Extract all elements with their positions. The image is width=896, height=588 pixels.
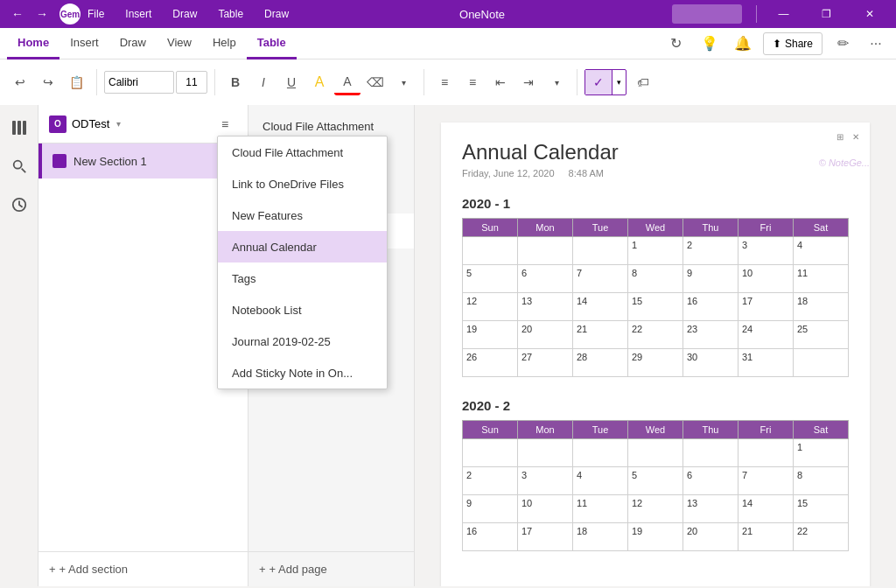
calendar-cell — [463, 237, 518, 265]
check-dropdown[interactable]: ▾ — [612, 70, 626, 94]
content-area[interactable]: © NoteGe... ⊞ ✕ Annual Calendar Friday, … — [415, 105, 896, 586]
dropdown-item-annual-calendar[interactable]: Annual Calendar — [218, 231, 387, 262]
font-size-input[interactable] — [176, 71, 207, 94]
page-meta: Friday, June 12, 2020 8:48 AM — [462, 168, 849, 178]
restore-button[interactable]: ❐ — [807, 0, 846, 28]
close-button[interactable]: ✕ — [850, 0, 889, 28]
sep3 — [424, 69, 424, 95]
calendar-cell — [518, 439, 573, 467]
menu-draw[interactable]: Draw — [169, 6, 200, 22]
list-dropdown[interactable]: ▾ — [543, 69, 570, 95]
sync-button[interactable]: ↻ — [663, 31, 690, 57]
redo-button[interactable]: ↪ — [35, 69, 61, 95]
svg-point-3 — [13, 161, 21, 169]
highlight-button[interactable]: A — [306, 69, 332, 95]
add-page-footer[interactable]: + + Add page — [248, 551, 414, 586]
paste-button[interactable]: 📋 — [63, 69, 89, 95]
section-icon — [52, 154, 66, 168]
tag-button[interactable]: 🏷 — [630, 69, 656, 95]
add-section-footer[interactable]: + + Add section — [38, 551, 248, 586]
bullet-list-button[interactable]: ≡ — [431, 69, 458, 95]
menu-draw2[interactable]: Draw — [261, 6, 292, 22]
day-header-fri: Fri — [738, 219, 794, 237]
check-button[interactable]: ✓ — [585, 70, 612, 94]
dropdown-item-journal[interactable]: Journal 2019-02-25 — [218, 326, 387, 357]
sidebar-history-icon[interactable] — [4, 189, 35, 220]
dropdown-item-new-features[interactable]: New Features — [218, 200, 387, 231]
eraser-button[interactable]: ⌫ — [362, 69, 388, 95]
calendar-cell: 1 — [628, 237, 683, 265]
dropdown-item-tags[interactable]: Tags — [218, 262, 387, 294]
tab-table[interactable]: Table — [247, 28, 297, 60]
bold-button[interactable]: B — [222, 69, 248, 95]
sidebar-library-icon[interactable] — [4, 112, 35, 144]
calendar-cell: 8 — [628, 265, 683, 293]
indent-button[interactable]: ⇥ — [515, 69, 542, 95]
calendar-cell: 6 — [683, 467, 738, 495]
day-number: 28 — [577, 352, 587, 362]
format-dropdown[interactable]: ▾ — [390, 69, 416, 95]
share-label: Share — [785, 38, 813, 50]
calendar-cell: 14 — [738, 495, 794, 523]
back-button[interactable]: ← — [7, 4, 28, 24]
undo-button[interactable]: ↩ — [7, 69, 33, 95]
lightbulb-button[interactable]: 💡 — [696, 31, 723, 57]
titlebar-menu: File Insert Draw Table Draw — [84, 6, 292, 22]
pen-button[interactable]: ✏ — [830, 31, 856, 57]
calendar-cell: 26 — [463, 349, 518, 377]
calendar-cell: 13 — [683, 495, 738, 523]
content-expand-button[interactable]: ⊞ — [833, 130, 847, 144]
notebook-sort-button[interactable]: ≡ — [213, 112, 237, 136]
more-button[interactable]: ··· — [863, 31, 889, 57]
tab-insert[interactable]: Insert — [60, 28, 109, 60]
notebook-name[interactable]: O ODTest ▾ — [49, 116, 213, 133]
calendar-cell: 3 — [518, 467, 573, 495]
share-button[interactable]: ⬆ Share — [763, 32, 822, 55]
tab-help[interactable]: Help — [202, 28, 247, 60]
day-number: 5 — [466, 268, 472, 278]
calendar-cell — [463, 439, 518, 467]
menu-insert[interactable]: Insert — [122, 6, 155, 22]
underline-button[interactable]: U — [278, 69, 304, 95]
day-number: 23 — [687, 324, 697, 334]
calendar-cell: 25 — [794, 321, 849, 349]
outdent-button[interactable]: ⇤ — [487, 69, 514, 95]
bell-button[interactable]: 🔔 — [730, 31, 756, 57]
content-controls: ⊞ ✕ — [833, 130, 863, 144]
numbered-list-button[interactable]: ≡ — [459, 69, 486, 95]
tab-view[interactable]: View — [157, 28, 202, 60]
minimize-button[interactable]: — — [764, 0, 803, 28]
calendar-cell: 28 — [573, 349, 628, 377]
dropdown-item-add-sticky[interactable]: Add Sticky Note in On... — [218, 357, 387, 388]
calendar-cell: 17 — [738, 293, 794, 321]
tab-draw[interactable]: Draw — [109, 28, 157, 60]
day-number: 21 — [577, 324, 587, 334]
day-header-sat: Sat — [794, 219, 849, 237]
day-number: 6 — [522, 268, 527, 278]
calendar-table: SunMonTueWedThuFriSat1234567891011121314… — [462, 218, 849, 377]
italic-button[interactable]: I — [250, 69, 276, 95]
titlebar-divider — [756, 5, 757, 23]
tab-home[interactable]: Home — [7, 28, 60, 60]
forward-button[interactable]: → — [32, 4, 52, 24]
nav-buttons: ← → — [7, 4, 52, 24]
calendar-cell — [573, 237, 628, 265]
dropdown-item-cloud-file[interactable]: Cloud File Attachment — [218, 136, 387, 168]
sidebar-search-icon[interactable] — [4, 150, 35, 182]
plus-icon: + — [49, 563, 56, 576]
menu-table[interactable]: Table — [214, 6, 247, 22]
calendar-container: 2020 - 1SunMonTueWedThuFriSat12345678910… — [462, 192, 849, 551]
day-number: 6 — [687, 470, 692, 480]
menu-file[interactable]: File — [84, 6, 108, 22]
month-header: 2020 - 1 — [462, 192, 849, 214]
font-color-button[interactable]: A — [334, 69, 360, 95]
calendar-month-2020-1: 2020 - 1SunMonTueWedThuFriSat12345678910… — [462, 192, 849, 377]
calendar-cell: 1 — [794, 439, 849, 467]
dropdown-item-notebook-list[interactable]: Notebook List — [218, 294, 387, 326]
title-bar: ← → Gem File Insert Draw Table Draw OneN… — [0, 0, 896, 28]
content-close-button[interactable]: ✕ — [849, 130, 863, 144]
undo-group: ↩ ↪ 📋 — [7, 69, 89, 95]
calendar-cell: 11 — [573, 495, 628, 523]
font-name-input[interactable] — [104, 71, 174, 94]
dropdown-item-link-onedrive[interactable]: Link to OneDrive Files — [218, 168, 387, 200]
